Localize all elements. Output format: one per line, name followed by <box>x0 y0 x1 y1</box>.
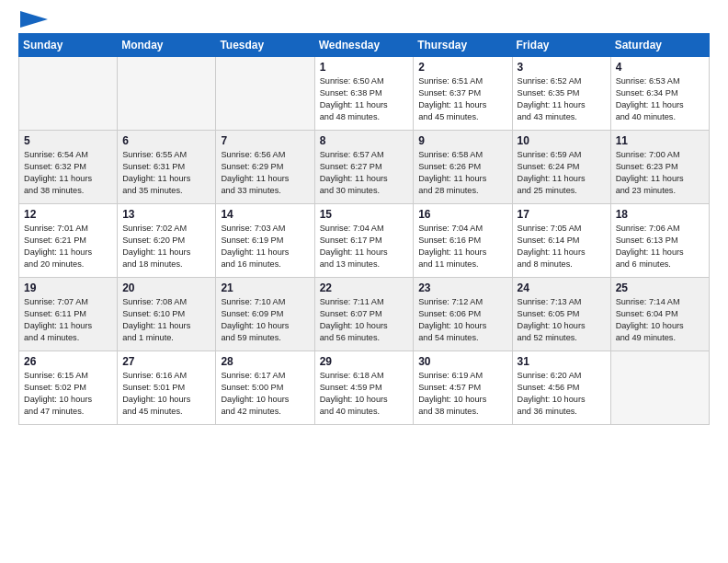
svg-marker-0 <box>20 11 48 28</box>
calendar-week-row: 26Sunrise: 6:15 AM Sunset: 5:02 PM Dayli… <box>19 351 710 425</box>
day-info: Sunrise: 6:15 AM Sunset: 5:02 PM Dayligh… <box>24 370 112 418</box>
calendar-cell: 25Sunrise: 7:14 AM Sunset: 6:04 PM Dayli… <box>610 278 709 351</box>
calendar-cell <box>19 57 118 131</box>
day-info: Sunrise: 6:56 AM Sunset: 6:29 PM Dayligh… <box>221 149 309 197</box>
weekday-header-saturday: Saturday <box>610 34 709 57</box>
day-number: 27 <box>122 355 210 368</box>
day-number: 10 <box>518 134 606 147</box>
logo-arrow-icon <box>20 11 48 28</box>
calendar-cell: 22Sunrise: 7:11 AM Sunset: 6:07 PM Dayli… <box>314 278 414 351</box>
day-info: Sunrise: 6:51 AM Sunset: 6:37 PM Dayligh… <box>418 75 506 123</box>
day-number: 23 <box>418 282 506 294</box>
calendar-cell <box>118 57 216 131</box>
calendar-week-row: 5Sunrise: 6:54 AM Sunset: 6:32 PM Daylig… <box>19 131 710 204</box>
day-info: Sunrise: 7:01 AM Sunset: 6:21 PM Dayligh… <box>24 223 112 270</box>
day-number: 22 <box>320 282 409 294</box>
weekday-header-wednesday: Wednesday <box>314 34 414 57</box>
calendar-cell: 8Sunrise: 6:57 AM Sunset: 6:27 PM Daylig… <box>314 131 414 204</box>
day-number: 18 <box>616 208 704 221</box>
day-number: 19 <box>24 282 112 294</box>
day-number: 28 <box>221 355 309 368</box>
day-number: 14 <box>221 208 309 221</box>
calendar-cell: 30Sunrise: 6:19 AM Sunset: 4:57 PM Dayli… <box>414 351 512 425</box>
calendar-cell: 9Sunrise: 6:58 AM Sunset: 6:26 PM Daylig… <box>414 131 512 204</box>
day-info: Sunrise: 7:03 AM Sunset: 6:19 PM Dayligh… <box>221 223 309 270</box>
weekday-header-thursday: Thursday <box>414 34 512 57</box>
day-info: Sunrise: 6:20 AM Sunset: 4:56 PM Dayligh… <box>518 370 606 418</box>
weekday-header-monday: Monday <box>118 34 216 57</box>
calendar-cell: 23Sunrise: 7:12 AM Sunset: 6:06 PM Dayli… <box>414 278 512 351</box>
day-number: 24 <box>518 282 606 294</box>
day-number: 12 <box>24 208 112 221</box>
day-info: Sunrise: 6:59 AM Sunset: 6:24 PM Dayligh… <box>518 149 606 197</box>
calendar-cell: 14Sunrise: 7:03 AM Sunset: 6:19 PM Dayli… <box>216 204 314 278</box>
header <box>18 15 710 24</box>
weekday-header-tuesday: Tuesday <box>216 34 314 57</box>
day-number: 5 <box>24 134 112 147</box>
calendar-cell: 1Sunrise: 6:50 AM Sunset: 6:38 PM Daylig… <box>314 57 414 131</box>
day-number: 16 <box>418 208 506 221</box>
day-info: Sunrise: 7:04 AM Sunset: 6:16 PM Dayligh… <box>418 223 506 270</box>
day-number: 31 <box>518 355 606 368</box>
calendar-cell: 11Sunrise: 7:00 AM Sunset: 6:23 PM Dayli… <box>610 131 709 204</box>
day-info: Sunrise: 6:17 AM Sunset: 5:00 PM Dayligh… <box>221 370 309 418</box>
weekday-header-sunday: Sunday <box>19 34 118 57</box>
day-number: 3 <box>518 61 606 74</box>
calendar-cell: 10Sunrise: 6:59 AM Sunset: 6:24 PM Dayli… <box>512 131 610 204</box>
day-number: 25 <box>616 282 704 294</box>
day-number: 17 <box>518 208 606 221</box>
day-number: 2 <box>418 61 506 74</box>
day-info: Sunrise: 6:16 AM Sunset: 5:01 PM Dayligh… <box>122 370 210 418</box>
day-info: Sunrise: 6:50 AM Sunset: 6:38 PM Dayligh… <box>320 75 409 123</box>
calendar-cell: 17Sunrise: 7:05 AM Sunset: 6:14 PM Dayli… <box>512 204 610 278</box>
calendar-cell: 2Sunrise: 6:51 AM Sunset: 6:37 PM Daylig… <box>414 57 512 131</box>
day-number: 1 <box>320 61 409 74</box>
calendar-cell: 7Sunrise: 6:56 AM Sunset: 6:29 PM Daylig… <box>216 131 314 204</box>
day-info: Sunrise: 7:11 AM Sunset: 6:07 PM Dayligh… <box>320 296 409 344</box>
day-number: 7 <box>221 134 309 147</box>
day-number: 13 <box>122 208 210 221</box>
calendar-cell: 24Sunrise: 7:13 AM Sunset: 6:05 PM Dayli… <box>512 278 610 351</box>
logo <box>18 15 48 24</box>
calendar-cell: 5Sunrise: 6:54 AM Sunset: 6:32 PM Daylig… <box>19 131 118 204</box>
day-number: 11 <box>616 134 704 147</box>
calendar-cell: 15Sunrise: 7:04 AM Sunset: 6:17 PM Dayli… <box>314 204 414 278</box>
day-info: Sunrise: 7:08 AM Sunset: 6:10 PM Dayligh… <box>122 296 210 344</box>
day-number: 8 <box>320 134 409 147</box>
day-number: 20 <box>122 282 210 294</box>
day-number: 15 <box>320 208 409 221</box>
weekday-header-friday: Friday <box>512 34 610 57</box>
page: SundayMondayTuesdayWednesdayThursdayFrid… <box>0 0 728 563</box>
day-number: 21 <box>221 282 309 294</box>
calendar-cell: 21Sunrise: 7:10 AM Sunset: 6:09 PM Dayli… <box>216 278 314 351</box>
calendar-cell: 3Sunrise: 6:52 AM Sunset: 6:35 PM Daylig… <box>512 57 610 131</box>
day-info: Sunrise: 6:52 AM Sunset: 6:35 PM Dayligh… <box>518 75 606 123</box>
day-number: 6 <box>122 134 210 147</box>
day-info: Sunrise: 7:00 AM Sunset: 6:23 PM Dayligh… <box>616 149 704 197</box>
day-number: 29 <box>320 355 409 368</box>
day-info: Sunrise: 6:55 AM Sunset: 6:31 PM Dayligh… <box>122 149 210 197</box>
day-info: Sunrise: 7:05 AM Sunset: 6:14 PM Dayligh… <box>518 223 606 270</box>
calendar-cell: 6Sunrise: 6:55 AM Sunset: 6:31 PM Daylig… <box>118 131 216 204</box>
weekday-header-row: SundayMondayTuesdayWednesdayThursdayFrid… <box>19 34 710 57</box>
day-number: 9 <box>418 134 506 147</box>
calendar-cell: 31Sunrise: 6:20 AM Sunset: 4:56 PM Dayli… <box>512 351 610 425</box>
calendar: SundayMondayTuesdayWednesdayThursdayFrid… <box>18 33 710 425</box>
day-info: Sunrise: 6:19 AM Sunset: 4:57 PM Dayligh… <box>418 370 506 418</box>
day-info: Sunrise: 7:14 AM Sunset: 6:04 PM Dayligh… <box>616 296 704 344</box>
calendar-week-row: 12Sunrise: 7:01 AM Sunset: 6:21 PM Dayli… <box>19 204 710 278</box>
calendar-cell <box>610 351 709 425</box>
calendar-cell: 18Sunrise: 7:06 AM Sunset: 6:13 PM Dayli… <box>610 204 709 278</box>
day-number: 30 <box>418 355 506 368</box>
day-info: Sunrise: 6:57 AM Sunset: 6:27 PM Dayligh… <box>320 149 409 197</box>
calendar-cell: 16Sunrise: 7:04 AM Sunset: 6:16 PM Dayli… <box>414 204 512 278</box>
day-info: Sunrise: 7:06 AM Sunset: 6:13 PM Dayligh… <box>616 223 704 270</box>
day-info: Sunrise: 6:18 AM Sunset: 4:59 PM Dayligh… <box>320 370 409 418</box>
day-info: Sunrise: 7:12 AM Sunset: 6:06 PM Dayligh… <box>418 296 506 344</box>
day-info: Sunrise: 6:54 AM Sunset: 6:32 PM Dayligh… <box>24 149 112 197</box>
day-info: Sunrise: 7:07 AM Sunset: 6:11 PM Dayligh… <box>24 296 112 344</box>
day-info: Sunrise: 6:53 AM Sunset: 6:34 PM Dayligh… <box>616 75 704 123</box>
calendar-cell: 12Sunrise: 7:01 AM Sunset: 6:21 PM Dayli… <box>19 204 118 278</box>
calendar-cell: 20Sunrise: 7:08 AM Sunset: 6:10 PM Dayli… <box>118 278 216 351</box>
day-info: Sunrise: 7:13 AM Sunset: 6:05 PM Dayligh… <box>518 296 606 344</box>
